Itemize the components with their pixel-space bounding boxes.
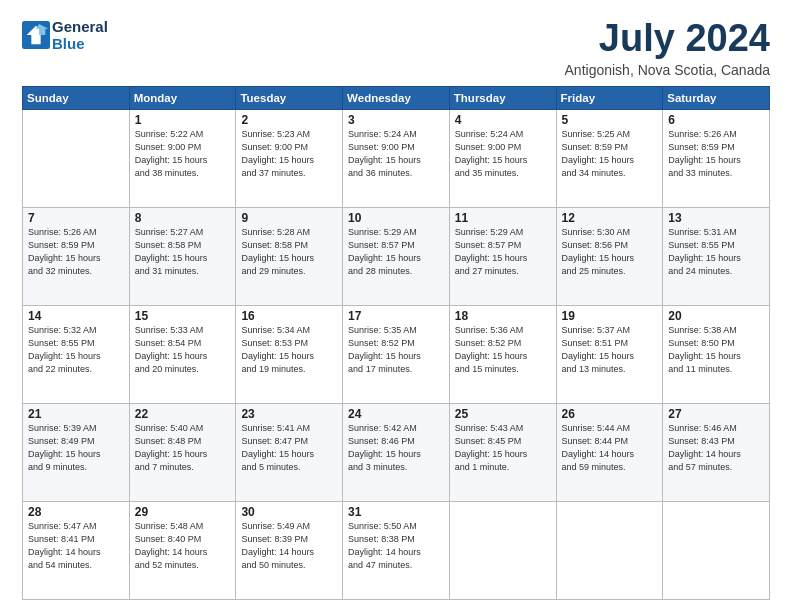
col-header-wednesday: Wednesday	[343, 86, 450, 109]
day-info: Sunrise: 5:48 AMSunset: 8:40 PMDaylight:…	[135, 520, 231, 572]
day-info: Sunrise: 5:40 AMSunset: 8:48 PMDaylight:…	[135, 422, 231, 474]
calendar-cell	[449, 501, 556, 599]
day-info: Sunrise: 5:43 AMSunset: 8:45 PMDaylight:…	[455, 422, 551, 474]
day-number: 29	[135, 505, 231, 519]
day-number: 28	[28, 505, 124, 519]
day-number: 21	[28, 407, 124, 421]
calendar-cell: 26Sunrise: 5:44 AMSunset: 8:44 PMDayligh…	[556, 403, 663, 501]
calendar-cell: 5Sunrise: 5:25 AMSunset: 8:59 PMDaylight…	[556, 109, 663, 207]
day-info: Sunrise: 5:32 AMSunset: 8:55 PMDaylight:…	[28, 324, 124, 376]
calendar-table: SundayMondayTuesdayWednesdayThursdayFrid…	[22, 86, 770, 600]
calendar-cell: 3Sunrise: 5:24 AMSunset: 9:00 PMDaylight…	[343, 109, 450, 207]
calendar-cell: 6Sunrise: 5:26 AMSunset: 8:59 PMDaylight…	[663, 109, 770, 207]
logo: General Blue	[22, 18, 108, 53]
calendar-cell: 4Sunrise: 5:24 AMSunset: 9:00 PMDaylight…	[449, 109, 556, 207]
day-number: 17	[348, 309, 444, 323]
day-info: Sunrise: 5:23 AMSunset: 9:00 PMDaylight:…	[241, 128, 337, 180]
day-number: 16	[241, 309, 337, 323]
calendar-cell: 8Sunrise: 5:27 AMSunset: 8:58 PMDaylight…	[129, 207, 236, 305]
day-number: 4	[455, 113, 551, 127]
day-number: 2	[241, 113, 337, 127]
col-header-monday: Monday	[129, 86, 236, 109]
col-header-saturday: Saturday	[663, 86, 770, 109]
logo-text: General Blue	[52, 18, 108, 53]
day-info: Sunrise: 5:25 AMSunset: 8:59 PMDaylight:…	[562, 128, 658, 180]
calendar-cell: 12Sunrise: 5:30 AMSunset: 8:56 PMDayligh…	[556, 207, 663, 305]
day-number: 22	[135, 407, 231, 421]
calendar-cell: 20Sunrise: 5:38 AMSunset: 8:50 PMDayligh…	[663, 305, 770, 403]
day-number: 6	[668, 113, 764, 127]
calendar-cell: 2Sunrise: 5:23 AMSunset: 9:00 PMDaylight…	[236, 109, 343, 207]
day-info: Sunrise: 5:29 AMSunset: 8:57 PMDaylight:…	[348, 226, 444, 278]
calendar-cell: 13Sunrise: 5:31 AMSunset: 8:55 PMDayligh…	[663, 207, 770, 305]
week-row-4: 28Sunrise: 5:47 AMSunset: 8:41 PMDayligh…	[23, 501, 770, 599]
calendar-cell: 19Sunrise: 5:37 AMSunset: 8:51 PMDayligh…	[556, 305, 663, 403]
day-number: 12	[562, 211, 658, 225]
col-header-friday: Friday	[556, 86, 663, 109]
day-number: 7	[28, 211, 124, 225]
day-number: 5	[562, 113, 658, 127]
day-number: 3	[348, 113, 444, 127]
calendar-cell: 14Sunrise: 5:32 AMSunset: 8:55 PMDayligh…	[23, 305, 130, 403]
day-info: Sunrise: 5:26 AMSunset: 8:59 PMDaylight:…	[28, 226, 124, 278]
calendar-cell: 23Sunrise: 5:41 AMSunset: 8:47 PMDayligh…	[236, 403, 343, 501]
calendar-cell: 22Sunrise: 5:40 AMSunset: 8:48 PMDayligh…	[129, 403, 236, 501]
calendar-cell: 21Sunrise: 5:39 AMSunset: 8:49 PMDayligh…	[23, 403, 130, 501]
day-info: Sunrise: 5:44 AMSunset: 8:44 PMDaylight:…	[562, 422, 658, 474]
day-number: 23	[241, 407, 337, 421]
day-number: 20	[668, 309, 764, 323]
day-info: Sunrise: 5:50 AMSunset: 8:38 PMDaylight:…	[348, 520, 444, 572]
calendar-cell: 17Sunrise: 5:35 AMSunset: 8:52 PMDayligh…	[343, 305, 450, 403]
day-number: 10	[348, 211, 444, 225]
day-info: Sunrise: 5:35 AMSunset: 8:52 PMDaylight:…	[348, 324, 444, 376]
day-number: 31	[348, 505, 444, 519]
calendar-cell: 15Sunrise: 5:33 AMSunset: 8:54 PMDayligh…	[129, 305, 236, 403]
day-info: Sunrise: 5:42 AMSunset: 8:46 PMDaylight:…	[348, 422, 444, 474]
calendar-cell: 7Sunrise: 5:26 AMSunset: 8:59 PMDaylight…	[23, 207, 130, 305]
day-info: Sunrise: 5:39 AMSunset: 8:49 PMDaylight:…	[28, 422, 124, 474]
week-row-2: 14Sunrise: 5:32 AMSunset: 8:55 PMDayligh…	[23, 305, 770, 403]
day-number: 26	[562, 407, 658, 421]
day-number: 1	[135, 113, 231, 127]
day-info: Sunrise: 5:28 AMSunset: 8:58 PMDaylight:…	[241, 226, 337, 278]
calendar-cell: 28Sunrise: 5:47 AMSunset: 8:41 PMDayligh…	[23, 501, 130, 599]
day-info: Sunrise: 5:30 AMSunset: 8:56 PMDaylight:…	[562, 226, 658, 278]
day-info: Sunrise: 5:24 AMSunset: 9:00 PMDaylight:…	[455, 128, 551, 180]
day-info: Sunrise: 5:46 AMSunset: 8:43 PMDaylight:…	[668, 422, 764, 474]
week-row-1: 7Sunrise: 5:26 AMSunset: 8:59 PMDaylight…	[23, 207, 770, 305]
day-number: 8	[135, 211, 231, 225]
day-info: Sunrise: 5:27 AMSunset: 8:58 PMDaylight:…	[135, 226, 231, 278]
day-info: Sunrise: 5:34 AMSunset: 8:53 PMDaylight:…	[241, 324, 337, 376]
day-number: 13	[668, 211, 764, 225]
calendar-cell: 25Sunrise: 5:43 AMSunset: 8:45 PMDayligh…	[449, 403, 556, 501]
day-number: 18	[455, 309, 551, 323]
calendar-cell: 10Sunrise: 5:29 AMSunset: 8:57 PMDayligh…	[343, 207, 450, 305]
day-info: Sunrise: 5:26 AMSunset: 8:59 PMDaylight:…	[668, 128, 764, 180]
week-row-3: 21Sunrise: 5:39 AMSunset: 8:49 PMDayligh…	[23, 403, 770, 501]
day-info: Sunrise: 5:24 AMSunset: 9:00 PMDaylight:…	[348, 128, 444, 180]
calendar-cell: 1Sunrise: 5:22 AMSunset: 9:00 PMDaylight…	[129, 109, 236, 207]
calendar-cell	[556, 501, 663, 599]
day-info: Sunrise: 5:22 AMSunset: 9:00 PMDaylight:…	[135, 128, 231, 180]
day-number: 19	[562, 309, 658, 323]
header-row: SundayMondayTuesdayWednesdayThursdayFrid…	[23, 86, 770, 109]
calendar-cell: 11Sunrise: 5:29 AMSunset: 8:57 PMDayligh…	[449, 207, 556, 305]
month-year: July 2024	[565, 18, 770, 60]
day-number: 27	[668, 407, 764, 421]
calendar-cell: 30Sunrise: 5:49 AMSunset: 8:39 PMDayligh…	[236, 501, 343, 599]
header: General Blue July 2024 Antigonish, Nova …	[22, 18, 770, 78]
col-header-thursday: Thursday	[449, 86, 556, 109]
calendar-cell	[663, 501, 770, 599]
col-header-tuesday: Tuesday	[236, 86, 343, 109]
day-info: Sunrise: 5:38 AMSunset: 8:50 PMDaylight:…	[668, 324, 764, 376]
calendar-cell: 31Sunrise: 5:50 AMSunset: 8:38 PMDayligh…	[343, 501, 450, 599]
calendar-cell: 24Sunrise: 5:42 AMSunset: 8:46 PMDayligh…	[343, 403, 450, 501]
day-info: Sunrise: 5:47 AMSunset: 8:41 PMDaylight:…	[28, 520, 124, 572]
day-number: 25	[455, 407, 551, 421]
logo-icon	[22, 21, 50, 49]
day-number: 24	[348, 407, 444, 421]
day-info: Sunrise: 5:41 AMSunset: 8:47 PMDaylight:…	[241, 422, 337, 474]
location: Antigonish, Nova Scotia, Canada	[565, 62, 770, 78]
day-number: 15	[135, 309, 231, 323]
calendar-cell: 18Sunrise: 5:36 AMSunset: 8:52 PMDayligh…	[449, 305, 556, 403]
